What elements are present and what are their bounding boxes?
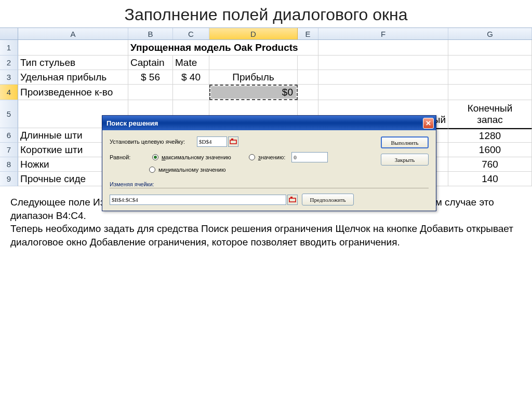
cell-f4[interactable] [318, 85, 448, 100]
dialog-title: Поиск решения [107, 119, 158, 127]
cell-d4-value: $0 [211, 86, 296, 99]
cell-b3[interactable]: $ 56 [128, 70, 173, 85]
cell-g5[interactable]: Конечный запас [448, 100, 532, 128]
changing-refedit-button[interactable] [287, 195, 298, 205]
row-header-2[interactable]: 2 [0, 56, 18, 70]
cell-g4[interactable] [448, 85, 532, 100]
row-header-6[interactable]: 6 [0, 128, 18, 143]
col-header-e[interactable]: E [298, 28, 318, 39]
column-headers: A B C D E F G [0, 28, 532, 40]
cell-g9[interactable]: 140 [448, 172, 532, 186]
col-header-b[interactable]: B [128, 28, 173, 39]
cell-g1[interactable] [448, 40, 532, 56]
row-header-1[interactable]: 1 [0, 40, 18, 56]
select-all-corner[interactable] [0, 28, 18, 39]
radio-value[interactable] [249, 154, 255, 160]
cell-f1[interactable] [318, 40, 448, 56]
value-input[interactable] [291, 152, 328, 162]
row-header-9[interactable]: 9 [0, 172, 18, 186]
cell-b4[interactable] [128, 85, 173, 100]
cell-g2[interactable] [448, 56, 532, 70]
col-header-f[interactable]: F [318, 28, 448, 39]
radio-max-label: максимальному значению [162, 154, 231, 160]
col-header-g[interactable]: G [448, 28, 532, 39]
cell-e3[interactable] [298, 70, 318, 85]
refedit-icon [289, 196, 296, 203]
cell-a3[interactable]: Удельная прибыль [18, 70, 128, 85]
changing-cells-input[interactable] [110, 195, 286, 205]
refedit-icon [230, 138, 237, 145]
cell-d4[interactable]: $0 [209, 85, 298, 100]
changing-cells-label: Изменяя ячейки: [110, 181, 429, 188]
svg-rect-2 [289, 198, 296, 202]
close-dialog-button[interactable]: Закрыть [381, 154, 429, 166]
cell-d3[interactable]: Прибыль [209, 70, 298, 85]
cell-g5-line1: Конечный [468, 103, 513, 114]
row-header-5[interactable]: 5 [0, 100, 18, 128]
target-cell-label: Установить целевую ячейку: [110, 139, 197, 145]
dialog-titlebar[interactable]: Поиск решения ✕ [102, 116, 436, 130]
cell-g3[interactable] [448, 70, 532, 85]
radio-max[interactable] [152, 154, 158, 160]
cell-a1[interactable] [18, 40, 128, 56]
cell-f2[interactable] [318, 56, 448, 70]
cell-f3[interactable] [318, 70, 448, 85]
col-header-d[interactable]: D [209, 28, 298, 39]
target-cell-input[interactable] [197, 136, 227, 147]
svg-rect-3 [290, 197, 292, 198]
svg-rect-0 [230, 140, 236, 144]
close-icon: ✕ [425, 119, 431, 127]
target-refedit-button[interactable] [228, 136, 238, 147]
cell-a2[interactable]: Тип стульев [18, 56, 128, 70]
cell-g6[interactable]: 1280 [448, 128, 532, 143]
cell-c3[interactable]: $ 40 [173, 70, 209, 85]
cell-d2[interactable] [209, 56, 298, 70]
svg-rect-1 [231, 139, 233, 140]
cell-b2[interactable]: Captain [128, 56, 173, 70]
row-header-7[interactable]: 7 [0, 143, 18, 157]
suggest-button[interactable]: Предположить [302, 194, 354, 205]
row-header-8[interactable]: 8 [0, 157, 18, 172]
slide-title: Заполнение полей диалогового окна [0, 0, 532, 26]
close-button[interactable]: ✕ [423, 118, 434, 129]
cell-c2[interactable]: Mate [173, 56, 209, 70]
col-header-a[interactable]: A [18, 28, 128, 39]
cell-e4[interactable] [298, 85, 318, 100]
solver-dialog: Поиск решения ✕ Выполнить Закрыть Устано… [102, 115, 436, 211]
radio-value-label: значению: [258, 154, 285, 160]
cell-a4[interactable]: Произведенное к-во [18, 85, 128, 100]
col-header-c[interactable]: C [173, 28, 209, 39]
equal-label: Равной: [110, 154, 149, 160]
cell-g5-line2: запас [477, 114, 503, 126]
cell-c4[interactable] [173, 85, 209, 100]
radio-min-label: минимальному значению [158, 167, 226, 173]
row-header-4[interactable]: 4 [0, 85, 18, 100]
execute-button[interactable]: Выполнить [381, 136, 429, 148]
radio-min[interactable] [149, 167, 155, 173]
cell-g7[interactable]: 1600 [448, 143, 532, 157]
cell-e2[interactable] [298, 56, 318, 70]
cell-b1-title[interactable]: Упрощенная модель Oak Products [128, 40, 318, 56]
row-header-3[interactable]: 3 [0, 70, 18, 85]
cell-g8[interactable]: 760 [448, 157, 532, 172]
